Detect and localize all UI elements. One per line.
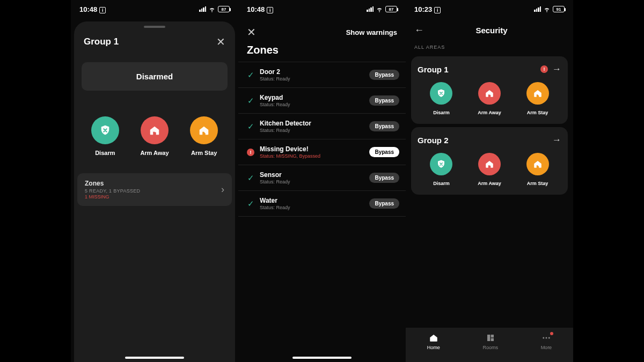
status-right: 91 xyxy=(534,5,565,13)
tab-home[interactable]: Home xyxy=(427,333,440,350)
page-title: Security xyxy=(430,26,553,35)
zone-status: Status: Ready xyxy=(260,179,369,184)
close-icon[interactable]: ✕ xyxy=(216,35,225,48)
back-arrow-icon[interactable]: ← xyxy=(414,25,424,36)
home-indicator[interactable] xyxy=(292,357,352,359)
svg-rect-2 xyxy=(491,338,493,341)
disarm-button[interactable]: Disarm xyxy=(91,116,119,156)
armed-state: Disarmed xyxy=(82,62,228,91)
all-areas-label: ALL AREAS xyxy=(406,42,573,53)
screen-zones: 10:48i 87 ✕ Show warnings Zones ✓ Door 2… xyxy=(238,0,406,362)
house-arrow-out-icon xyxy=(141,116,169,144)
arm-away-button[interactable]: Arm Away xyxy=(478,153,501,186)
arm-away-button[interactable]: Arm Away xyxy=(478,82,501,115)
group-title: Group 1 xyxy=(84,36,119,47)
status-time: 10:48i xyxy=(79,5,106,13)
status-bar: 10:48i 87 xyxy=(71,0,238,18)
screen-security: 10:23i 91 ← Security ALL AREAS Group 1 !… xyxy=(406,0,573,362)
group-card: Group 1 ! → Disarm Arm Away Arm Stay xyxy=(411,56,568,124)
house-arrow-in-icon xyxy=(190,116,218,144)
zone-item: ! Missing Device! Status: MISSING, Bypas… xyxy=(238,139,406,165)
house-arrow-in-icon xyxy=(526,153,549,175)
bypass-button[interactable]: Bypass xyxy=(369,173,399,183)
wifi-icon xyxy=(543,5,551,13)
arm-stay-button[interactable]: Arm Stay xyxy=(526,153,549,186)
shield-x-icon xyxy=(91,116,119,144)
arm-away-button[interactable]: Arm Away xyxy=(140,116,169,156)
alert-icon: ! xyxy=(245,149,257,156)
svg-point-4 xyxy=(545,337,547,339)
checkmark-icon: ✓ xyxy=(245,96,257,106)
group-title: Group 1 xyxy=(418,65,449,74)
zone-name: Water xyxy=(260,197,369,204)
zone-status: Status: Ready xyxy=(260,76,369,82)
disarm-button[interactable]: Disarm xyxy=(430,153,452,186)
zone-list: ✓ Door 2 Status: Ready Bypass ✓ Keypad S… xyxy=(238,62,406,217)
screen-group-detail: 10:48i 87 Group 1 ✕ Disarmed Disarm xyxy=(71,0,238,362)
zone-name: Kitchen Detector xyxy=(260,120,369,127)
cellular-icon xyxy=(367,6,374,12)
home-icon xyxy=(429,333,438,343)
action-row: Disarm Arm Away Arm Stay xyxy=(74,91,235,169)
zone-item: ✓ Keypad Status: Ready Bypass xyxy=(238,88,406,114)
status-time: 10:48i xyxy=(247,5,273,13)
zone-name: Missing Device! xyxy=(260,145,369,153)
status-time: 10:23i xyxy=(414,5,441,13)
zones-row[interactable]: Zones 5 READY, 1 BYPASSED 1 MISSING › xyxy=(77,173,232,206)
wifi-icon xyxy=(376,5,383,13)
checkmark-icon: ✓ xyxy=(245,122,257,131)
cellular-icon xyxy=(199,6,206,12)
status-bar: 10:23i 91 xyxy=(406,0,573,18)
battery-icon: 87 xyxy=(385,6,397,12)
house-arrow-in-icon xyxy=(526,82,549,105)
zone-item: ✓ Water Status: Ready Bypass xyxy=(238,191,406,217)
zone-status: Status: Ready xyxy=(260,205,369,210)
zone-name: Keypad xyxy=(260,94,369,101)
detail-sheet: Group 1 ✕ Disarmed Disarm Arm Away xyxy=(74,21,235,362)
zone-item: ✓ Door 2 Status: Ready Bypass xyxy=(238,62,406,88)
warning-badge-icon: ! xyxy=(540,65,548,73)
cellular-icon xyxy=(534,6,541,12)
arm-stay-button[interactable]: Arm Stay xyxy=(526,82,549,115)
checkmark-icon: ✓ xyxy=(245,70,257,80)
bypass-button[interactable]: Bypass xyxy=(369,198,399,209)
shield-x-icon xyxy=(430,82,452,105)
zone-status: Status: Ready xyxy=(260,128,369,133)
zones-missing: 1 MISSING xyxy=(85,194,140,200)
zone-status: Status: Ready xyxy=(260,102,369,107)
home-indicator[interactable] xyxy=(125,357,184,359)
wifi-icon xyxy=(208,5,216,13)
arrow-right-icon[interactable]: → xyxy=(552,135,561,145)
group-title: Group 2 xyxy=(418,136,449,145)
battery-icon: 91 xyxy=(553,6,565,12)
status-right: 87 xyxy=(199,5,230,13)
house-arrow-out-icon xyxy=(478,82,501,105)
group-card: Group 2 → Disarm Arm Away Arm Stay xyxy=(411,127,568,195)
zones-title: Zones xyxy=(85,180,140,187)
show-warnings-button[interactable]: Show warnings xyxy=(346,28,397,36)
status-bar: 10:48i 87 xyxy=(238,0,406,18)
bypass-button[interactable]: Bypass xyxy=(369,95,399,106)
arrow-right-icon[interactable]: → xyxy=(552,64,561,75)
tab-rooms[interactable]: Rooms xyxy=(482,333,498,350)
bypass-button[interactable]: Bypass xyxy=(369,70,399,80)
rooms-icon xyxy=(486,333,495,343)
house-arrow-out-icon xyxy=(478,153,501,175)
bypass-button[interactable]: Bypass xyxy=(369,121,399,131)
zone-name: Sensor xyxy=(260,171,369,179)
zones-title: Zones xyxy=(238,42,406,62)
close-icon[interactable]: ✕ xyxy=(247,26,256,39)
bypass-button[interactable]: Bypass xyxy=(369,147,399,157)
battery-icon: 87 xyxy=(218,6,230,12)
disarm-button[interactable]: Disarm xyxy=(430,82,452,115)
svg-rect-1 xyxy=(491,335,493,337)
tab-bar: Home Rooms More xyxy=(406,328,573,362)
svg-point-3 xyxy=(543,337,544,339)
arm-stay-button[interactable]: Arm Stay xyxy=(190,116,218,156)
notification-dot-icon xyxy=(550,332,553,335)
tab-more[interactable]: More xyxy=(541,333,552,350)
zone-item: ✓ Kitchen Detector Status: Ready Bypass xyxy=(238,114,406,139)
checkmark-icon: ✓ xyxy=(245,199,257,209)
zone-item: ✓ Sensor Status: Ready Bypass xyxy=(238,165,406,191)
status-right: 87 xyxy=(367,5,397,13)
